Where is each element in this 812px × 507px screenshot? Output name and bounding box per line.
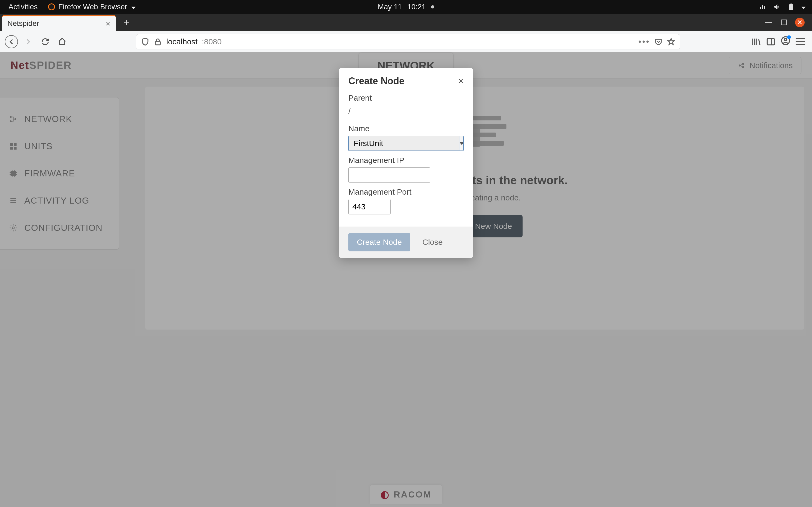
- management-port-input[interactable]: [349, 200, 391, 214]
- window-close-button[interactable]: ✕: [795, 18, 805, 27]
- svg-point-3: [784, 38, 787, 41]
- window-minimize-button[interactable]: [765, 22, 772, 23]
- field-management-port: Management Port ▲ ▼: [348, 187, 464, 214]
- shield-icon: [141, 38, 149, 46]
- close-button[interactable]: Close: [417, 233, 448, 251]
- account-button[interactable]: [781, 36, 790, 47]
- page-content: NetSPIDER NETWORK Notifications NETWORK …: [0, 52, 812, 507]
- management-ip-input[interactable]: [348, 167, 430, 183]
- firefox-icon: [48, 3, 55, 10]
- new-tab-button[interactable]: +: [119, 16, 133, 30]
- reload-button[interactable]: [39, 35, 52, 48]
- sidebar-icon[interactable]: [766, 37, 775, 47]
- network-icon: [759, 3, 767, 11]
- tab-strip: Netspider × + ✕: [0, 14, 812, 31]
- notification-badge-icon: [787, 36, 791, 39]
- arrow-left-icon: [7, 37, 16, 46]
- url-port: :8080: [202, 37, 221, 46]
- url-host: localhost: [166, 37, 197, 46]
- battery-icon: [787, 3, 795, 11]
- chevron-down-icon: [130, 3, 136, 11]
- window-maximize-button[interactable]: [781, 19, 786, 25]
- svg-rect-1: [767, 39, 774, 45]
- tab-title: Netspider: [7, 19, 105, 28]
- clock[interactable]: May 11 10:21: [378, 3, 434, 11]
- lock-icon: [154, 38, 162, 46]
- os-top-bar: Activities Firefox Web Browser May 11 10…: [0, 0, 812, 14]
- ip-label: Management IP: [348, 156, 464, 165]
- toolbar-right: [751, 36, 807, 47]
- app-menu-label: Firefox Web Browser: [58, 3, 127, 11]
- dialog-body: Parent / Name Management IP Management P…: [339, 91, 473, 227]
- browser-tab[interactable]: Netspider ×: [2, 15, 116, 31]
- url-bar[interactable]: localhost:8080 •••: [136, 34, 680, 49]
- dialog-title: Create Node: [348, 75, 404, 87]
- pocket-icon[interactable]: [654, 38, 663, 46]
- parent-label: Parent: [348, 94, 464, 103]
- chevron-down-icon: [801, 3, 806, 11]
- activities-button[interactable]: Activities: [4, 3, 42, 11]
- dialog-footer: Create Node Close: [339, 227, 473, 258]
- system-tray[interactable]: [759, 3, 808, 11]
- name-label: Name: [348, 124, 464, 133]
- volume-icon: [773, 3, 781, 11]
- page-actions-icon[interactable]: •••: [638, 37, 650, 46]
- browser-toolbar: localhost:8080 •••: [0, 31, 812, 52]
- name-input[interactable]: [349, 136, 459, 151]
- window-controls: ✕: [758, 18, 812, 27]
- svg-rect-0: [155, 41, 160, 45]
- notification-dot-icon: [431, 5, 434, 8]
- nav-forward-button: [22, 35, 35, 48]
- name-combobox[interactable]: [348, 136, 464, 151]
- reload-icon: [41, 37, 50, 46]
- clock-date: May 11: [378, 3, 402, 11]
- dialog-close-icon[interactable]: ×: [458, 75, 464, 87]
- library-icon[interactable]: [751, 37, 761, 47]
- app-menu-button[interactable]: [796, 38, 805, 45]
- create-node-dialog: Create Node × Parent / Name Management I…: [339, 68, 473, 258]
- name-dropdown-toggle[interactable]: [459, 136, 464, 151]
- nav-back-button[interactable]: [5, 35, 18, 48]
- home-icon: [58, 37, 67, 46]
- field-parent: Parent /: [348, 94, 464, 119]
- field-management-ip: Management IP: [348, 156, 464, 183]
- port-label: Management Port: [348, 187, 464, 196]
- create-node-submit-button[interactable]: Create Node: [348, 233, 410, 251]
- clock-time: 10:21: [407, 3, 426, 11]
- browser-window: Netspider × + ✕ localhost:8080 •••: [0, 14, 812, 507]
- home-button[interactable]: [55, 35, 69, 48]
- dialog-header: Create Node ×: [339, 68, 473, 91]
- tab-close-icon[interactable]: ×: [105, 19, 110, 29]
- app-menu[interactable]: Firefox Web Browser: [42, 3, 141, 11]
- field-name: Name: [348, 124, 464, 151]
- arrow-right-icon: [24, 37, 33, 46]
- bookmark-star-icon[interactable]: [667, 38, 675, 46]
- parent-value: /: [348, 105, 464, 119]
- management-port-stepper[interactable]: ▲ ▼: [348, 199, 391, 214]
